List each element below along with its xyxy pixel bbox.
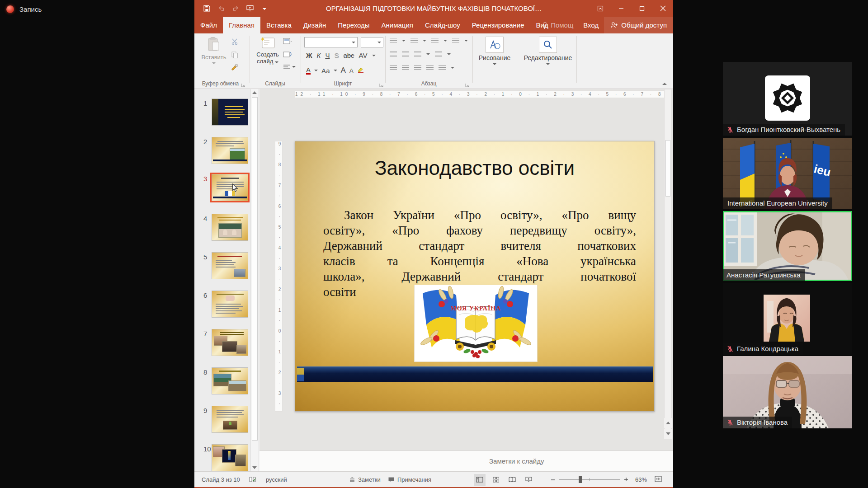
tab-home[interactable]: Главная <box>223 17 260 33</box>
slide-layout-icon[interactable] <box>283 38 296 47</box>
slide-scrollbar-thumb[interactable] <box>665 140 670 197</box>
vertical-ruler[interactable]: 9·8·7·6·5·4·3·2·1·0·1·2·3·4·5·6·7·8·9 <box>275 141 283 412</box>
line-spacing-icon[interactable] <box>431 38 439 43</box>
notes-toggle[interactable]: Заметки <box>349 472 381 488</box>
collapse-ribbon-icon[interactable] <box>662 83 667 85</box>
zoom-in-button[interactable] <box>624 476 628 483</box>
slideshow-view-button[interactable] <box>523 474 534 486</box>
font-color-button[interactable]: А <box>306 66 311 75</box>
zoom-slider[interactable] <box>559 479 620 480</box>
paste-button[interactable]: Вставить <box>201 37 227 64</box>
tab-help[interactable]: Помощ <box>538 17 578 33</box>
columns-icon[interactable] <box>414 52 421 57</box>
align-right-icon[interactable] <box>414 65 421 70</box>
tab-insert[interactable]: Вставка <box>260 17 297 33</box>
reset-slide-icon[interactable] <box>283 51 296 60</box>
customize-qat-icon[interactable] <box>260 5 269 13</box>
normal-view-button[interactable] <box>474 474 486 486</box>
participant-tile-ieu[interactable]: ieu International European University <box>723 138 852 209</box>
slide-thumbnail-2[interactable]: 2 <box>203 137 248 164</box>
previous-slide-button[interactable] <box>664 418 672 428</box>
font-size-combobox[interactable] <box>361 37 383 47</box>
paragraph-dialog-launcher-icon[interactable] <box>465 81 470 86</box>
bullets-icon[interactable] <box>390 38 397 43</box>
slide-thumbnail-9[interactable]: 9 <box>203 406 248 433</box>
tab-file[interactable]: Файл <box>194 17 223 33</box>
font-dialog-launcher-icon[interactable] <box>379 81 384 86</box>
slide-thumbnail-3-selected[interactable]: 3 <box>203 174 248 201</box>
minimize-button[interactable] <box>611 0 632 17</box>
spellcheck-icon[interactable] <box>249 472 256 488</box>
sign-in-button[interactable]: Вход <box>578 17 604 33</box>
text-direction-icon[interactable] <box>452 38 459 43</box>
reading-view-button[interactable] <box>506 474 518 486</box>
close-button[interactable] <box>652 0 673 17</box>
character-spacing-button[interactable]: AV <box>359 52 368 59</box>
align-left-icon[interactable] <box>390 65 397 70</box>
zoom-level[interactable]: 63% <box>635 476 647 483</box>
increase-font-button[interactable]: А <box>341 66 346 75</box>
slide-sorter-view-button[interactable] <box>490 474 502 486</box>
start-slideshow-icon[interactable] <box>246 5 254 13</box>
participant-tile-anastasiia[interactable]: Анастасія Ратушинська <box>723 211 852 281</box>
slide-thumbnail-5[interactable]: 5 <box>203 252 248 279</box>
new-slide-button[interactable]: Создать слайд <box>253 37 282 65</box>
italic-button[interactable]: К <box>317 52 321 59</box>
language-indicator[interactable]: русский <box>266 472 287 488</box>
tab-animations[interactable]: Анимация <box>376 17 419 33</box>
drawing-button[interactable]: Рисование <box>476 37 513 65</box>
align-center-icon[interactable] <box>402 65 409 70</box>
zoom-out-button[interactable] <box>551 476 555 484</box>
numbering-icon[interactable] <box>410 38 418 43</box>
clipboard-dialog-launcher-icon[interactable] <box>241 81 245 86</box>
justify-icon[interactable] <box>426 65 434 70</box>
slide-thumbnail-10[interactable]: 10 <box>203 444 248 471</box>
font-name-combobox[interactable] <box>304 37 358 47</box>
share-button[interactable]: Общий доступ <box>604 17 673 33</box>
slide-thumbnail-7[interactable]: 7 <box>203 329 248 356</box>
comments-toggle[interactable]: Примечания <box>388 472 431 488</box>
slide-title[interactable]: Законодавство освіти <box>295 157 654 179</box>
thumbnail-scrollbar[interactable] <box>250 89 258 471</box>
text-shadow-button[interactable]: S <box>334 52 339 59</box>
participant-tile-halyna[interactable]: Галина Кондрацька <box>723 283 852 355</box>
save-icon[interactable] <box>203 5 211 13</box>
highlight-button[interactable] <box>357 66 364 75</box>
smartart-convert-icon[interactable] <box>439 65 446 70</box>
tab-design[interactable]: Дизайн <box>297 17 332 33</box>
redo-icon[interactable] <box>231 5 240 13</box>
format-painter-icon[interactable] <box>231 64 239 73</box>
thumbnail-scrollbar-thumb[interactable] <box>252 97 258 441</box>
increase-indent-icon[interactable] <box>402 52 409 57</box>
slide-thumbnail-8[interactable]: 8 <box>203 367 248 394</box>
slide-thumbnail-4[interactable]: 4 <box>203 214 248 241</box>
bold-button[interactable]: Ж <box>306 52 312 59</box>
tab-review[interactable]: Рецензирование <box>466 17 530 33</box>
copy-icon[interactable] <box>231 51 239 60</box>
zoom-slider-thumb[interactable] <box>579 476 582 483</box>
maximize-button[interactable] <box>632 0 652 17</box>
strikethrough-button[interactable]: abc <box>343 52 354 59</box>
slide-thumbnail-6[interactable]: 6 <box>203 291 248 318</box>
decrease-indent-icon[interactable] <box>390 52 397 57</box>
fit-slide-button[interactable] <box>655 476 662 483</box>
editing-button[interactable]: Редактирование <box>520 37 576 65</box>
next-slide-button[interactable] <box>664 429 672 439</box>
undo-icon[interactable] <box>217 5 225 13</box>
participant-tile-bohdan[interactable]: Богдан Пионтковский-Выхватень <box>723 62 852 136</box>
participant-tile-viktoriia[interactable]: Вікторія Іванова <box>723 356 852 428</box>
ukraine-book-image[interactable]: МОЯ УКРАЇНА <box>415 285 537 361</box>
notes-pane[interactable]: Заметки к слайду <box>259 450 673 471</box>
tab-slideshow[interactable]: Слайд-шоу <box>419 17 466 33</box>
ribbon-display-options-icon[interactable] <box>590 0 611 17</box>
underline-button[interactable]: Ч <box>325 52 330 59</box>
section-icon[interactable] <box>283 64 296 70</box>
slide-scrollbar[interactable] <box>664 89 672 437</box>
cut-icon[interactable] <box>231 38 239 47</box>
decrease-font-button[interactable]: А <box>349 67 354 74</box>
slide-canvas[interactable]: Законодавство освіти Закон України «Про … <box>295 141 655 412</box>
slide-thumbnail-1[interactable]: 1 <box>203 99 248 126</box>
tab-transitions[interactable]: Переходы <box>332 17 375 33</box>
horizontal-ruler[interactable]: 12 · 11 · 10 · 9 · 8 · 7 · 6 · 5 · 4 · 3… <box>295 90 665 98</box>
change-case-button[interactable]: Аа <box>321 67 330 75</box>
